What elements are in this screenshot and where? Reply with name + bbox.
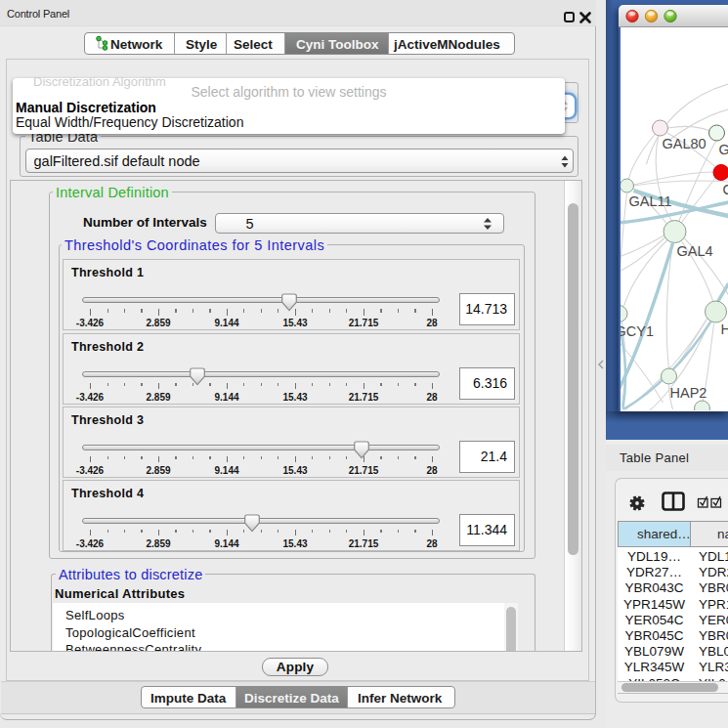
svg-text:GAL4: GAL4 <box>676 243 712 259</box>
svg-text:GAL11: GAL11 <box>628 193 671 209</box>
svg-text:HAP2: HAP2 <box>669 385 707 401</box>
svg-text:GAL80: GAL80 <box>662 136 706 151</box>
svg-text:H: H <box>720 321 728 337</box>
svg-text:GA: GA <box>718 142 728 157</box>
svg-text:GCY1: GCY1 <box>621 323 654 339</box>
svg-text:CD: CD <box>722 182 728 197</box>
